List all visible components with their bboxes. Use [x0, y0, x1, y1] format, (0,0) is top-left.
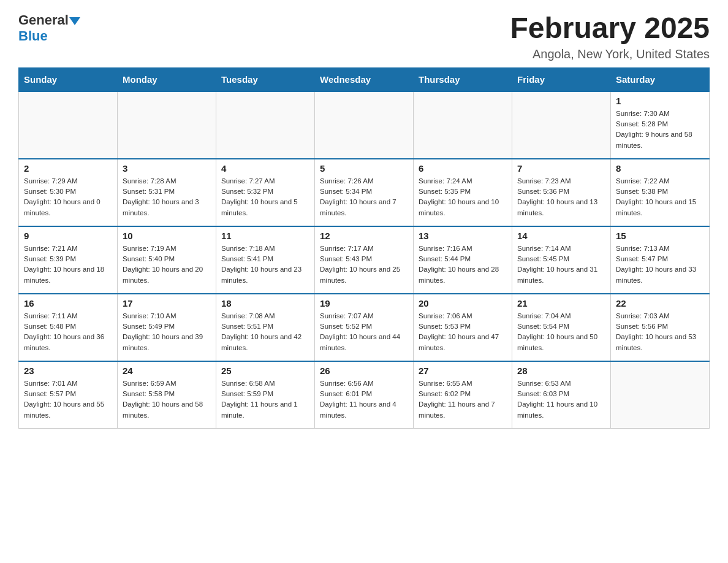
day-info: Sunrise: 7:03 AMSunset: 5:56 PMDaylight:… [616, 311, 704, 353]
calendar-day-cell: 16Sunrise: 7:11 AMSunset: 5:48 PMDayligh… [19, 294, 118, 361]
day-info: Sunrise: 7:18 AMSunset: 5:41 PMDaylight:… [221, 243, 309, 286]
day-number: 13 [419, 231, 507, 241]
day-number: 20 [419, 298, 507, 308]
day-number: 28 [517, 366, 605, 376]
day-number: 4 [221, 163, 309, 174]
calendar-day-header: Thursday [414, 67, 512, 91]
calendar-day-cell: 27Sunrise: 6:55 AMSunset: 6:02 PMDayligh… [414, 361, 512, 429]
day-number: 25 [221, 366, 309, 376]
day-info: Sunrise: 7:30 AMSunset: 5:28 PMDaylight:… [616, 109, 704, 151]
day-number: 27 [419, 366, 507, 376]
day-info: Sunrise: 7:24 AMSunset: 5:35 PMDaylight:… [419, 176, 507, 218]
day-info: Sunrise: 7:19 AMSunset: 5:40 PMDaylight:… [123, 243, 211, 286]
calendar-day-cell: 23Sunrise: 7:01 AMSunset: 5:57 PMDayligh… [19, 361, 118, 429]
day-number: 16 [24, 298, 112, 308]
calendar-day-cell [315, 91, 414, 159]
calendar-day-cell: 12Sunrise: 7:17 AMSunset: 5:43 PMDayligh… [315, 226, 414, 294]
page-header: General Blue February 2025 Angola, New Y… [18, 12, 710, 61]
day-info: Sunrise: 6:53 AMSunset: 6:03 PMDaylight:… [517, 378, 605, 421]
calendar-day-cell [512, 91, 611, 159]
day-info: Sunrise: 7:06 AMSunset: 5:53 PMDaylight:… [419, 311, 507, 353]
day-info: Sunrise: 7:28 AMSunset: 5:31 PMDaylight:… [123, 176, 211, 218]
calendar-day-cell [216, 91, 315, 159]
month-title: February 2025 [510, 12, 710, 45]
day-number: 14 [517, 231, 605, 241]
calendar-day-cell: 21Sunrise: 7:04 AMSunset: 5:54 PMDayligh… [512, 294, 611, 361]
calendar-week-row: 16Sunrise: 7:11 AMSunset: 5:48 PMDayligh… [19, 294, 710, 361]
day-number: 22 [616, 298, 704, 308]
day-number: 8 [616, 163, 704, 174]
calendar-day-cell: 3Sunrise: 7:28 AMSunset: 5:31 PMDaylight… [118, 159, 216, 226]
day-number: 23 [24, 366, 112, 376]
calendar-header-row: SundayMondayTuesdayWednesdayThursdayFrid… [19, 67, 710, 91]
calendar-day-cell: 9Sunrise: 7:21 AMSunset: 5:39 PMDaylight… [19, 226, 118, 294]
calendar-day-cell [611, 361, 710, 429]
day-info: Sunrise: 7:01 AMSunset: 5:57 PMDaylight:… [24, 378, 112, 421]
logo: General Blue [18, 12, 80, 44]
calendar-day-cell: 10Sunrise: 7:19 AMSunset: 5:40 PMDayligh… [118, 226, 216, 294]
calendar-week-row: 23Sunrise: 7:01 AMSunset: 5:57 PMDayligh… [19, 361, 710, 429]
calendar-day-cell: 2Sunrise: 7:29 AMSunset: 5:30 PMDaylight… [19, 159, 118, 226]
day-number: 1 [616, 96, 704, 106]
calendar-week-row: 9Sunrise: 7:21 AMSunset: 5:39 PMDaylight… [19, 226, 710, 294]
calendar-day-cell [118, 91, 216, 159]
calendar-day-header: Tuesday [216, 67, 315, 91]
calendar-day-cell: 1Sunrise: 7:30 AMSunset: 5:28 PMDaylight… [611, 91, 710, 159]
logo-arrow-icon [69, 17, 80, 25]
day-info: Sunrise: 7:17 AMSunset: 5:43 PMDaylight:… [320, 243, 408, 286]
day-number: 17 [123, 298, 211, 308]
calendar-day-cell: 24Sunrise: 6:59 AMSunset: 5:58 PMDayligh… [118, 361, 216, 429]
day-number: 24 [123, 366, 211, 376]
day-info: Sunrise: 6:59 AMSunset: 5:58 PMDaylight:… [123, 378, 211, 421]
day-number: 7 [517, 163, 605, 174]
day-info: Sunrise: 7:14 AMSunset: 5:45 PMDaylight:… [517, 243, 605, 286]
calendar-day-header: Friday [512, 67, 611, 91]
calendar-day-cell: 11Sunrise: 7:18 AMSunset: 5:41 PMDayligh… [216, 226, 315, 294]
day-info: Sunrise: 7:07 AMSunset: 5:52 PMDaylight:… [320, 311, 408, 353]
calendar-week-row: 1Sunrise: 7:30 AMSunset: 5:28 PMDaylight… [19, 91, 710, 159]
calendar-day-header: Monday [118, 67, 216, 91]
calendar-day-cell [19, 91, 118, 159]
calendar-day-cell: 14Sunrise: 7:14 AMSunset: 5:45 PMDayligh… [512, 226, 611, 294]
day-info: Sunrise: 7:22 AMSunset: 5:38 PMDaylight:… [616, 176, 704, 218]
day-info: Sunrise: 7:08 AMSunset: 5:51 PMDaylight:… [221, 311, 309, 353]
day-number: 2 [24, 163, 112, 174]
calendar-day-header: Wednesday [315, 67, 414, 91]
day-info: Sunrise: 7:26 AMSunset: 5:34 PMDaylight:… [320, 176, 408, 218]
calendar-day-cell: 8Sunrise: 7:22 AMSunset: 5:38 PMDaylight… [611, 159, 710, 226]
calendar-day-cell: 13Sunrise: 7:16 AMSunset: 5:44 PMDayligh… [414, 226, 512, 294]
calendar-day-cell [414, 91, 512, 159]
day-number: 3 [123, 163, 211, 174]
day-number: 19 [320, 298, 408, 308]
day-number: 15 [616, 231, 704, 241]
day-number: 26 [320, 366, 408, 376]
calendar-day-cell: 28Sunrise: 6:53 AMSunset: 6:03 PMDayligh… [512, 361, 611, 429]
day-number: 21 [517, 298, 605, 308]
day-info: Sunrise: 7:29 AMSunset: 5:30 PMDaylight:… [24, 176, 112, 218]
calendar-day-cell: 19Sunrise: 7:07 AMSunset: 5:52 PMDayligh… [315, 294, 414, 361]
title-block: February 2025 Angola, New York, United S… [510, 12, 710, 61]
logo-general: General [18, 12, 69, 28]
calendar-day-cell: 25Sunrise: 6:58 AMSunset: 5:59 PMDayligh… [216, 361, 315, 429]
calendar-day-cell: 4Sunrise: 7:27 AMSunset: 5:32 PMDaylight… [216, 159, 315, 226]
day-info: Sunrise: 6:56 AMSunset: 6:01 PMDaylight:… [320, 378, 408, 421]
logo-blue: Blue [18, 28, 48, 44]
day-info: Sunrise: 7:27 AMSunset: 5:32 PMDaylight:… [221, 176, 309, 218]
calendar-week-row: 2Sunrise: 7:29 AMSunset: 5:30 PMDaylight… [19, 159, 710, 226]
calendar-day-cell: 26Sunrise: 6:56 AMSunset: 6:01 PMDayligh… [315, 361, 414, 429]
day-info: Sunrise: 7:10 AMSunset: 5:49 PMDaylight:… [123, 311, 211, 353]
day-number: 10 [123, 231, 211, 241]
calendar-day-cell: 20Sunrise: 7:06 AMSunset: 5:53 PMDayligh… [414, 294, 512, 361]
day-info: Sunrise: 7:13 AMSunset: 5:47 PMDaylight:… [616, 243, 704, 286]
day-number: 6 [419, 163, 507, 174]
calendar-day-cell: 5Sunrise: 7:26 AMSunset: 5:34 PMDaylight… [315, 159, 414, 226]
day-info: Sunrise: 7:11 AMSunset: 5:48 PMDaylight:… [24, 311, 112, 353]
calendar-day-cell: 18Sunrise: 7:08 AMSunset: 5:51 PMDayligh… [216, 294, 315, 361]
calendar-day-header: Saturday [611, 67, 710, 91]
day-info: Sunrise: 6:58 AMSunset: 5:59 PMDaylight:… [221, 378, 309, 421]
day-number: 9 [24, 231, 112, 241]
day-info: Sunrise: 7:16 AMSunset: 5:44 PMDaylight:… [419, 243, 507, 286]
location-title: Angola, New York, United States [510, 47, 710, 61]
day-number: 18 [221, 298, 309, 308]
day-info: Sunrise: 6:55 AMSunset: 6:02 PMDaylight:… [419, 378, 507, 421]
